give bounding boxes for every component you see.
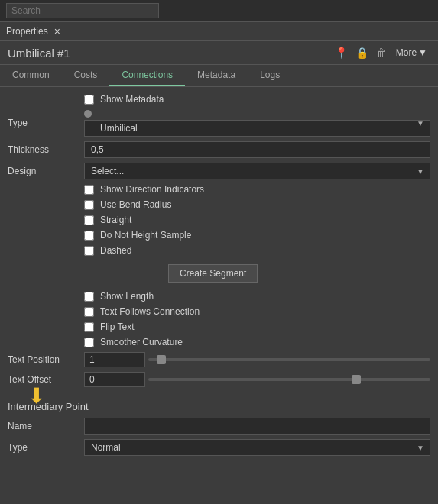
show-metadata-row: Show Metadata: [0, 92, 438, 107]
type2-row: Type Normal Fixed Surface: [0, 437, 438, 458]
more-arrow-icon: ▼: [418, 47, 427, 58]
text-position-input[interactable]: [84, 352, 145, 367]
show-length-label: Show Length: [100, 291, 154, 302]
show-length-checkbox[interactable]: [84, 292, 94, 302]
show-direction-checkbox[interactable]: [84, 185, 94, 195]
type-select-wrapper: Umbilical Cable Pipe Other: [84, 109, 430, 137]
thickness-input[interactable]: [84, 141, 430, 158]
do-not-height-checkbox[interactable]: [84, 231, 94, 241]
show-direction-row: Show Direction Indicators: [0, 182, 438, 197]
properties-label: Properties: [6, 26, 48, 37]
create-segment-button[interactable]: Create Segment: [168, 264, 258, 283]
tab-metadata[interactable]: Metadata: [185, 65, 248, 86]
text-offset-row: Text Offset: [0, 370, 438, 389]
use-bend-checkbox[interactable]: [84, 200, 94, 210]
text-follows-checkbox[interactable]: [84, 307, 94, 317]
name-label: Name: [8, 421, 84, 431]
design-select-wrapper: Select...: [84, 163, 430, 179]
tab-costs[interactable]: Costs: [62, 65, 110, 86]
text-follows-row: Text Follows Connection: [0, 304, 438, 319]
use-bend-label: Use Bend Radius: [100, 199, 171, 210]
type-dot-icon: [84, 110, 92, 118]
type-label: Type: [8, 118, 84, 128]
more-label: More: [396, 47, 417, 58]
smoother-curvature-row: Smoother Curvature: [0, 334, 438, 350]
intermediary-point-header: Intermediary Point: [0, 396, 438, 415]
smoother-curvature-checkbox[interactable]: [84, 338, 94, 347]
show-direction-label: Show Direction Indicators: [100, 184, 204, 195]
straight-label: Straight: [100, 215, 131, 225]
tab-logs[interactable]: Logs: [248, 65, 292, 86]
design-select[interactable]: Select...: [84, 163, 430, 179]
dashed-row: Dashed: [0, 243, 438, 258]
text-offset-track[interactable]: [148, 378, 430, 381]
connections-content: Show Metadata Type Umbilical Cable Pipe …: [0, 87, 438, 492]
close-button[interactable]: ×: [53, 25, 62, 37]
type2-select[interactable]: Normal Fixed Surface: [84, 439, 430, 456]
type-select[interactable]: Umbilical Cable Pipe Other: [84, 120, 430, 137]
text-offset-input[interactable]: [84, 372, 145, 387]
type2-control: Normal Fixed Surface: [84, 439, 430, 456]
text-position-row: Text Position: [0, 350, 438, 370]
text-position-label: Text Position: [8, 354, 84, 365]
title-icons: 📍 🔒 🗑 More ▼: [333, 46, 430, 60]
section-divider: [0, 393, 438, 393]
design-row: Design Select...: [0, 160, 438, 182]
dashed-checkbox[interactable]: [84, 246, 94, 256]
text-offset-label: Text Offset: [8, 374, 84, 385]
trash-icon[interactable]: 🗑: [375, 47, 388, 59]
flip-text-label: Flip Text: [100, 321, 134, 332]
flip-text-checkbox[interactable]: [84, 322, 94, 332]
design-label: Design: [8, 166, 84, 176]
tab-common[interactable]: Common: [0, 65, 62, 86]
more-button[interactable]: More ▼: [393, 46, 430, 60]
do-not-height-row: Do Not Height Sample: [0, 228, 438, 243]
name-row: Name: [0, 415, 438, 437]
text-offset-thumb[interactable]: [352, 375, 361, 384]
dashed-label: Dashed: [100, 245, 131, 256]
smoother-curvature-label: Smoother Curvature: [100, 337, 183, 347]
text-position-thumb[interactable]: [157, 355, 166, 364]
thickness-control: [84, 141, 430, 158]
name-input[interactable]: [84, 418, 430, 435]
straight-row: Straight: [0, 212, 438, 228]
search-bar: [0, 0, 438, 22]
design-control: Select...: [84, 163, 430, 179]
straight-checkbox[interactable]: [84, 215, 94, 225]
properties-header: Properties ×: [0, 22, 438, 41]
text-position-track[interactable]: [148, 358, 430, 361]
name-control: [84, 418, 430, 435]
pin-icon[interactable]: 📍: [333, 47, 349, 59]
show-length-row: Show Length: [0, 289, 438, 304]
thickness-row: Thickness: [0, 139, 438, 160]
tabs-bar: Common Costs Connections Metadata Logs: [0, 65, 438, 87]
text-follows-label: Text Follows Connection: [100, 306, 200, 317]
page-title: Umbilical #1: [8, 47, 327, 60]
thickness-label: Thickness: [8, 144, 84, 155]
use-bend-row: Use Bend Radius: [0, 197, 438, 212]
do-not-height-label: Do Not Height Sample: [100, 230, 191, 241]
type2-label: Type: [8, 442, 84, 453]
flip-text-row: Flip Text: [0, 319, 438, 334]
title-bar: Umbilical #1 📍 🔒 🗑 More ▼: [0, 41, 438, 65]
show-metadata-label: Show Metadata: [100, 94, 164, 105]
type2-select-wrapper: Normal Fixed Surface: [84, 439, 430, 456]
tab-connections[interactable]: Connections: [109, 65, 185, 86]
lock-icon[interactable]: 🔒: [354, 47, 370, 59]
search-input[interactable]: [6, 3, 159, 18]
type-control: Umbilical Cable Pipe Other: [84, 109, 430, 137]
type-row: Type Umbilical Cable Pipe Other: [0, 107, 438, 139]
show-metadata-checkbox[interactable]: [84, 95, 94, 105]
